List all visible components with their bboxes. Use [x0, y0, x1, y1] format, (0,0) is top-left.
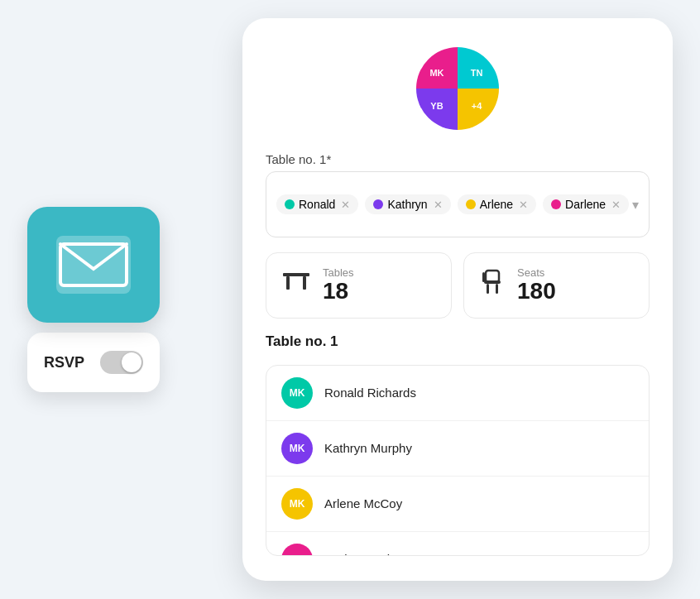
- tag-label-darlene: Darlene: [565, 198, 606, 211]
- stats-row: Tables 18 Seats 180: [266, 252, 650, 319]
- pie-chart: MK TN YB +4: [412, 43, 503, 134]
- stat-title-tables: Tables: [323, 266, 354, 279]
- svg-rect-6: [283, 273, 309, 276]
- avatar-ronald: MK: [281, 377, 313, 409]
- svg-rect-12: [496, 284, 498, 294]
- svg-rect-11: [487, 284, 489, 294]
- table-section-title: Table no. 1: [266, 333, 650, 350]
- guest-name-arlene: Arlene McCoy: [324, 496, 402, 510]
- avatar-kathryn: MK: [281, 433, 313, 464]
- stat-value-seats: 180: [517, 279, 556, 304]
- main-panel: MK TN YB +4 Table no. 1* Ronald ✕ Kathry…: [242, 18, 673, 581]
- svg-text:MK: MK: [429, 68, 443, 78]
- rsvp-label: RSVP: [44, 354, 84, 371]
- tag-arlene: Arlene ✕: [458, 194, 536, 214]
- tag-remove-ronald[interactable]: ✕: [341, 199, 350, 211]
- guest-list: MK Ronald Richards MK Kathryn Murphy MK …: [266, 365, 650, 556]
- mail-card: [27, 207, 160, 323]
- svg-rect-9: [486, 271, 499, 282]
- table-icon: [281, 270, 311, 300]
- stat-value-tables: 18: [323, 279, 354, 304]
- guest-name-darlene: Darlene Robertson: [324, 552, 429, 556]
- svg-text:TN: TN: [471, 68, 483, 78]
- table-row: MK Arlene McCoy: [266, 477, 649, 532]
- guest-name-ronald: Ronald Richards: [324, 386, 416, 400]
- scene: RSVP MK TN: [27, 18, 673, 581]
- rsvp-toggle[interactable]: [100, 351, 143, 374]
- tag-label-ronald: Ronald: [299, 198, 335, 211]
- table-input-section: Table no. 1* Ronald ✕ Kathryn ✕ Arlene ✕: [266, 152, 650, 237]
- rsvp-card: RSVP: [27, 333, 160, 392]
- left-cards: RSVP: [27, 207, 160, 392]
- table-input-label: Table no. 1*: [266, 152, 650, 166]
- stat-info-tables: Tables 18: [323, 266, 354, 304]
- table-row: MK Darlene Robertson: [266, 532, 649, 556]
- guest-name-kathryn: Kathryn Murphy: [324, 441, 412, 455]
- tag-dot-kathryn: [373, 199, 383, 209]
- tag-dot-arlene: [466, 199, 476, 209]
- svg-rect-10: [484, 280, 501, 284]
- tag-input-container[interactable]: Ronald ✕ Kathryn ✕ Arlene ✕ Darlene ✕: [266, 171, 650, 237]
- chart-area: MK TN YB +4: [266, 43, 650, 134]
- stat-card-tables: Tables 18: [266, 252, 452, 319]
- tag-remove-kathryn[interactable]: ✕: [434, 199, 443, 211]
- avatar-darlene: MK: [281, 544, 313, 556]
- tag-label-arlene: Arlene: [480, 198, 513, 211]
- svg-rect-13: [482, 272, 485, 282]
- tag-remove-arlene[interactable]: ✕: [519, 199, 528, 211]
- tag-remove-darlene[interactable]: ✕: [611, 199, 621, 211]
- table-row: MK Kathryn Murphy: [266, 421, 649, 477]
- svg-rect-8: [303, 276, 306, 290]
- stat-card-seats: Seats 180: [463, 252, 650, 319]
- tag-ronald: Ronald ✕: [276, 194, 358, 214]
- tag-dot-darlene: [551, 199, 561, 209]
- svg-rect-7: [286, 276, 290, 290]
- mail-icon: [56, 236, 131, 294]
- tag-label-kathryn: Kathryn: [387, 198, 427, 211]
- toggle-knob: [122, 352, 141, 372]
- tag-dot-ronald: [285, 199, 295, 209]
- stat-title-seats: Seats: [517, 266, 556, 279]
- chair-icon: [479, 269, 506, 301]
- stat-info-seats: Seats 180: [517, 266, 556, 304]
- tag-kathryn: Kathryn ✕: [365, 194, 450, 214]
- dropdown-arrow-icon[interactable]: ▾: [632, 197, 639, 213]
- table-row: MK Ronald Richards: [266, 366, 649, 421]
- svg-text:YB: YB: [430, 101, 443, 111]
- tag-darlene: Darlene ✕: [543, 194, 629, 214]
- avatar-arlene: MK: [281, 488, 313, 520]
- svg-text:+4: +4: [472, 101, 482, 111]
